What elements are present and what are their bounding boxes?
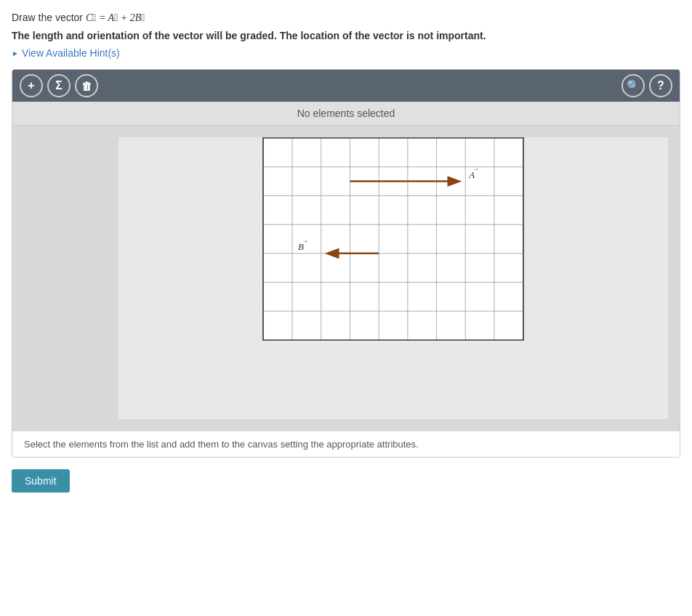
toolbar: + Σ 🗑 🔍 ? <box>12 70 680 102</box>
submit-button[interactable]: Submit <box>12 469 70 493</box>
vector-b-label: B ⃗ <box>298 240 307 252</box>
trash-icon: 🗑 <box>81 80 92 92</box>
equation: C⃗ = A⃗ + 2B⃗ <box>86 12 145 23</box>
sum-icon: Σ <box>55 79 63 92</box>
widget-container: + Σ 🗑 🔍 ? No elements selected <box>12 69 680 458</box>
status-message: No elements selected <box>297 108 395 119</box>
hint-label: View Available Hint(s) <box>22 47 120 59</box>
grid-svg[interactable]: A ⃗ B ⃗ <box>262 137 524 341</box>
hint-arrow-icon: ► <box>12 49 19 57</box>
help-icon: ? <box>657 79 664 92</box>
canvas-area: A ⃗ B ⃗ <box>12 126 680 431</box>
zoom-button[interactable]: 🔍 <box>621 74 645 97</box>
svg-rect-14 <box>263 138 523 340</box>
toolbar-left: + Σ 🗑 <box>20 74 98 97</box>
add-button[interactable]: + <box>20 74 43 97</box>
delete-button[interactable]: 🗑 <box>75 74 98 97</box>
zoom-icon: 🔍 <box>627 79 640 92</box>
toolbar-right: 🔍 ? <box>621 74 672 97</box>
canvas-main[interactable]: A ⃗ B ⃗ <box>118 137 668 419</box>
title-prefix: Draw the vector <box>12 12 86 23</box>
submit-label: Submit <box>25 475 57 487</box>
page-title: Draw the vector C⃗ = A⃗ + 2B⃗ <box>12 12 680 24</box>
add-icon: + <box>28 79 34 92</box>
grid-wrapper: A ⃗ B ⃗ <box>262 137 524 341</box>
footer-text: Select the elements from the list and ad… <box>12 431 680 457</box>
grading-instruction: The length and orientation of the vector… <box>12 30 680 41</box>
canvas-sidebar <box>24 137 118 419</box>
vector-a-label: A ⃗ <box>468 169 478 180</box>
hint-link[interactable]: ► View Available Hint(s) <box>12 47 680 59</box>
footer-message: Select the elements from the list and ad… <box>24 439 419 450</box>
sum-button[interactable]: Σ <box>47 74 71 97</box>
status-bar: No elements selected <box>12 102 680 126</box>
help-button[interactable]: ? <box>649 74 672 97</box>
